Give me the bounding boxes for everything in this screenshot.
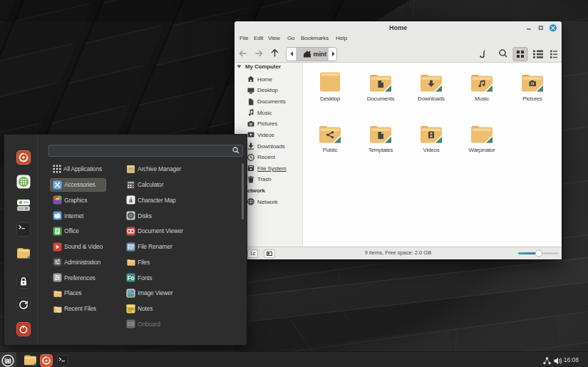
svg-text:mint: mint: [314, 51, 327, 58]
svg-text:Fo: Fo: [127, 274, 134, 281]
